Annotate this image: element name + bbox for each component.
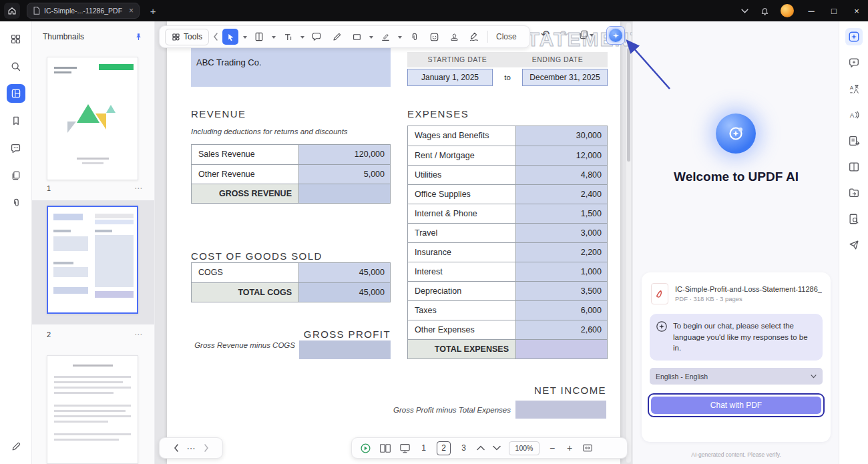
maximize-button[interactable]: □ xyxy=(823,0,845,21)
expense-label[interactable]: Taxes xyxy=(408,301,515,320)
redo-button[interactable]: ↷ xyxy=(560,28,568,41)
expense-value[interactable]: 12,000 xyxy=(515,146,607,165)
revenue-heading[interactable]: REVENUE xyxy=(191,108,246,120)
page-copy-button[interactable] xyxy=(578,29,594,40)
apps-grid-icon[interactable] xyxy=(7,29,25,48)
zoom-level[interactable]: 100% xyxy=(509,441,539,455)
expense-label[interactable]: Travel xyxy=(408,224,515,242)
stamp-tool[interactable] xyxy=(446,29,462,45)
expense-label[interactable]: Interest xyxy=(408,262,515,281)
thumbnail-page-2[interactable] xyxy=(47,206,138,314)
expense-label[interactable]: Internet & Phone xyxy=(408,204,515,223)
presentation-icon[interactable] xyxy=(399,443,411,453)
pen-tool[interactable] xyxy=(329,29,345,45)
more-pages-button[interactable]: ⋯ xyxy=(187,443,196,453)
gross-profit-heading[interactable]: GROSS PROFIT xyxy=(191,328,391,340)
language-select[interactable]: English - English xyxy=(650,368,823,385)
expense-value[interactable]: 3,500 xyxy=(515,282,607,300)
expense-value[interactable]: 30,000 xyxy=(515,126,607,146)
gross-revenue-label[interactable]: GROSS REVENUE xyxy=(192,184,298,203)
revenue-value[interactable]: 120,000 xyxy=(298,145,390,164)
expense-value[interactable]: 2,200 xyxy=(515,243,607,262)
pin-icon[interactable] xyxy=(134,32,144,42)
prev-page-icon[interactable] xyxy=(174,444,179,452)
pdf-page[interactable]: PROFIT AND LOSS STATEMENT ABC Trading Co… xyxy=(167,21,620,464)
ai-assistant-button[interactable] xyxy=(606,26,625,45)
scroll-down-icon[interactable] xyxy=(493,445,501,451)
minimize-button[interactable]: ─ xyxy=(800,0,823,21)
thumbnail-page-3[interactable] xyxy=(47,355,138,464)
cogs-value[interactable]: 45,000 xyxy=(298,263,390,282)
gross-revenue-value[interactable] xyxy=(298,184,390,203)
close-tab-icon[interactable]: × xyxy=(129,6,134,15)
total-expenses-value[interactable] xyxy=(515,340,607,359)
chevron-down-icon[interactable] xyxy=(272,36,276,41)
strikeout-tool[interactable] xyxy=(377,29,393,45)
pages-icon[interactable] xyxy=(7,166,25,185)
autoscroll-icon[interactable] xyxy=(360,443,371,454)
close-toolbar-button[interactable]: Close xyxy=(496,32,517,41)
close-window-button[interactable]: × xyxy=(845,0,868,21)
document-tab[interactable]: IC-Simple-...-11286_PDF × xyxy=(27,3,140,19)
cogs-label[interactable]: COGS xyxy=(192,263,298,282)
zoom-in-button[interactable]: + xyxy=(565,443,574,453)
ending-date-value[interactable]: December 31, 2025 xyxy=(522,69,608,86)
tools-button[interactable]: Tools xyxy=(165,29,209,45)
expense-label[interactable]: Insurance xyxy=(408,243,515,262)
net-income-heading[interactable]: NET INCOME xyxy=(407,385,606,396)
home-button[interactable] xyxy=(4,3,20,19)
reader-mode-tool[interactable] xyxy=(251,29,267,45)
collapse-toolbar-icon[interactable] xyxy=(213,33,218,41)
attachments-icon[interactable] xyxy=(7,194,25,212)
page-button-1[interactable]: 1 xyxy=(419,443,429,453)
thumbnails-panel-icon[interactable] xyxy=(7,84,25,103)
revenue-value[interactable]: 5,000 xyxy=(298,165,390,184)
expense-value[interactable]: 4,800 xyxy=(515,166,607,184)
sticker-tool[interactable] xyxy=(426,29,442,45)
expense-label[interactable]: Rent / Mortgage xyxy=(408,146,515,165)
cogs-heading[interactable]: COST OF GOODS SOLD xyxy=(191,250,322,262)
share-feedback-icon[interactable] xyxy=(845,236,863,254)
gross-profit-value[interactable] xyxy=(299,340,391,359)
expenses-heading[interactable]: EXPENSES xyxy=(407,108,469,120)
chevron-down-icon[interactable] xyxy=(369,36,373,41)
revenue-label[interactable]: Other Revenue xyxy=(192,165,298,184)
notifications-button[interactable] xyxy=(754,0,775,21)
chevron-down-icon[interactable] xyxy=(590,34,594,39)
collapse-panel-button[interactable] xyxy=(734,0,754,21)
ai-reader-icon[interactable]: A xyxy=(845,106,863,124)
bookmarks-icon[interactable] xyxy=(7,111,25,130)
expense-value[interactable]: 6,000 xyxy=(515,301,607,320)
ai-chat-icon[interactable] xyxy=(845,54,863,71)
chevron-down-icon[interactable] xyxy=(300,36,304,41)
revenue-note[interactable]: Including deductions for returns and dis… xyxy=(191,128,348,136)
folder-export-icon[interactable] xyxy=(845,184,863,202)
expense-label[interactable]: Depreciation xyxy=(408,282,515,300)
net-income-value[interactable] xyxy=(515,401,606,419)
undo-button[interactable]: ↶ xyxy=(541,28,550,41)
form-field-icon[interactable] xyxy=(845,132,863,150)
revenue-label[interactable]: Sales Revenue xyxy=(192,145,298,164)
signature-tool[interactable] xyxy=(466,29,482,45)
next-page-icon[interactable] xyxy=(204,444,209,452)
expense-value[interactable]: 3,000 xyxy=(515,224,607,242)
user-avatar[interactable] xyxy=(781,4,794,17)
expense-value[interactable]: 2,400 xyxy=(515,185,607,204)
page-button-2-current[interactable]: 2 xyxy=(437,441,451,455)
comment-tool[interactable] xyxy=(308,29,324,45)
attach-file-tool[interactable] xyxy=(406,29,422,45)
page-layout-icon[interactable] xyxy=(845,158,863,176)
vertical-scrollbar[interactable] xyxy=(626,23,631,463)
shape-tool[interactable] xyxy=(349,29,365,45)
chevron-down-icon[interactable] xyxy=(398,36,402,41)
expense-value[interactable]: 1,000 xyxy=(515,262,607,281)
total-cogs-value[interactable]: 45,000 xyxy=(298,283,390,302)
select-tool[interactable] xyxy=(222,29,238,45)
two-page-view-icon[interactable] xyxy=(379,443,391,453)
net-income-note[interactable]: Gross Profit minus Total Expenses xyxy=(367,406,511,414)
expense-label[interactable]: Utilities xyxy=(408,166,515,184)
chevron-down-icon[interactable] xyxy=(243,36,247,41)
chat-with-pdf-button[interactable]: Chat with PDF xyxy=(651,397,821,414)
page-options-button[interactable]: ⋯ xyxy=(134,330,142,339)
expense-value[interactable]: 1,500 xyxy=(515,204,607,223)
